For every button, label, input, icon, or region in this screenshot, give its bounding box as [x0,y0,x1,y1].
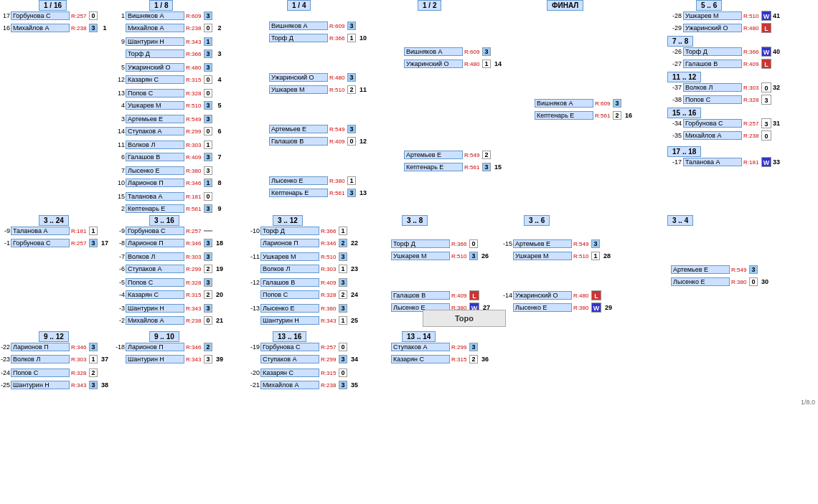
result-56: -28 Ушкарев М R:510 W 41 -29 Ужаринский … [667,10,780,34]
match-4-r18: 5 Ужаринский О R:480 3 12 Казарян С R:31… [115,62,225,86]
header-r34: 3 .. 4 [667,215,693,226]
header-r116: 1 / 16 [39,0,67,11]
header-r14: 1 / 4 [287,0,311,11]
match-36-r1314: Ступаков А R:299 3 Казарян С R:315 2 36 [380,341,491,366]
match-21-r316: -3 Шантурин Н R:343 3 -2 Михайлов А R:23… [115,303,225,327]
match-26-r38: Торф Д R:366 0 Ушкарев М R:510 3 26 [380,238,491,262]
match-6-r18: 3 Артемьев Е R:549 3 14 Ступаков А R:299… [115,113,225,138]
header-r36: 3 .. 6 [524,215,550,226]
match-30-r34: Артемьев Е R:549 3 Лысенко Е R:380 0 30 [660,264,771,288]
match-5-r18: 13 Попов С R:328 0 4 Ушкарев М R:510 3 5 [115,87,225,112]
match-25-r312: -13 Лысенко Е R:380 3 Шантурин Н R:343 1… [250,303,360,327]
match-24-r312: -12 Галашов В R:409 3 Попов С R:328 2 24 [250,277,360,301]
match-3-r18: 9 Шантурин Н R:343 1 Торф Д R:366 3 3 [115,36,225,60]
match-13-r14: Лысенко Е R:380 1 Кептенарь Е R:561 3 13 [258,175,369,199]
header-r324: 3 .. 24 [39,215,69,226]
match-16-final: Вишняков А R:609 3 Кептенарь Е R:561 2 1… [524,98,634,122]
header-r910: 9 .. 10 [149,331,179,342]
bracket-container: 1 / 16 1 / 8 1 / 4 1 / 2 ФИНАЛ 5 .. 6 17… [0,0,818,407]
header-r18: 1 / 8 [149,0,173,11]
match-7-r18: 11 Волков Л R:303 1 6 Галашов В R:409 3 … [115,139,225,163]
header-r12: 1 / 2 [418,0,441,11]
header-r38: 3 .. 8 [402,215,428,226]
header-r912: 9 .. 12 [39,331,69,342]
result-1112: -37 Волков Л R:303 0 32 -38 Попов С R:32… [667,82,780,106]
header-r1316: 13 .. 16 [273,331,306,342]
match-17-r324: -9 Таланова А R:181 1 -1 Горбунова С R:2… [0,225,111,249]
match-37-r912: -22 Ларионов П R:346 3 -23 Волков Л R:30… [0,341,111,366]
match-38-r912: -24 Попов С R:328 2 -25 Шантурин Н R:343… [0,367,111,391]
header-r316: 3 .. 16 [149,215,179,226]
header-r1112: 11 .. 12 [667,72,701,82]
result-1718: -17 Таланова А R:181 W 33 [667,156,780,168]
zoom-label: 1/8.0 [801,399,815,406]
match-19-r316: -7 Волков Л R:303 3 -6 Ступаков А R:299 … [115,251,225,275]
header-final: ФИНАЛ [547,0,583,11]
match-8-r18: 7 Лысенко Е R:380 3 10 Ларионов П R:346 … [115,165,225,189]
match-35-r1316: -20 Казарян С R:315 0 -21 Михайлов А R:2… [250,367,360,391]
match-14-r12: Вишняков А R:609 3 Ужаринский О R:480 1 … [393,46,504,70]
match-22-r312: -10 Торф Д R:366 1 Ларионов П R:346 2 22 [250,225,360,249]
topo-label: Topo [423,310,506,327]
header-r56: 5 .. 6 [696,0,722,11]
match-1-r116: 17 Горбунова С R:257 0 16 Михайлов А R:2… [0,10,111,34]
result-78: -26 Торф Д R:366 W 40 -27 Галашов В R:40… [667,46,780,70]
match-15-r12: Артемьев Е R:549 2 Кептенарь Е R:561 3 1… [393,149,504,173]
match-10-r14: Вишняков А R:609 3 Торф Д R:366 1 10 [258,20,369,44]
result-1516: -34 Горбунова С R:257 3 31 -35 Михайлов … [667,118,780,142]
match-23-r312: -11 Ушкарев М R:510 3 Волков Л R:303 1 2… [250,251,360,275]
match-20-r316: -5 Попов С R:328 3 -4 Казарян С R:315 2 … [115,277,225,301]
header-r1314: 13 .. 14 [402,331,436,342]
match-18-r316: -9 Горбунова С R:257 -8 Ларионов П R:346… [115,225,225,249]
header-r78: 7 .. 8 [667,36,693,47]
match-11-r14: Ужаринский О R:480 3 Ушкарев М R:510 2 1… [258,72,369,96]
header-r312: 3 .. 12 [273,215,303,226]
match-28-r36: -15 Артемьев Е R:549 3 Ушкарев М R:510 1… [502,238,613,262]
header-r1718: 17 .. 18 [667,146,701,157]
match-9-r18: 15 Таланова А R:181 0 2 Кептенарь Е R:56… [115,191,225,215]
match-39-r910: -18 Ларионов П R:346 2 Шантурин Н R:343 … [115,341,225,366]
match-12-r14: Артемьев Е R:549 3 Галашов В R:409 0 12 [258,123,369,148]
match-2-r18: 1 Вишняков А R:609 3 Михайлов А R:238 0 … [115,10,225,34]
header-r1516: 15 .. 16 [667,108,701,118]
match-29-r36: -14 Ужаринский О R:480 L Лысенко Е R:380… [502,290,614,314]
match-34-r1316: -19 Горбунова С R:257 0 Ступаков А R:299… [250,341,360,366]
